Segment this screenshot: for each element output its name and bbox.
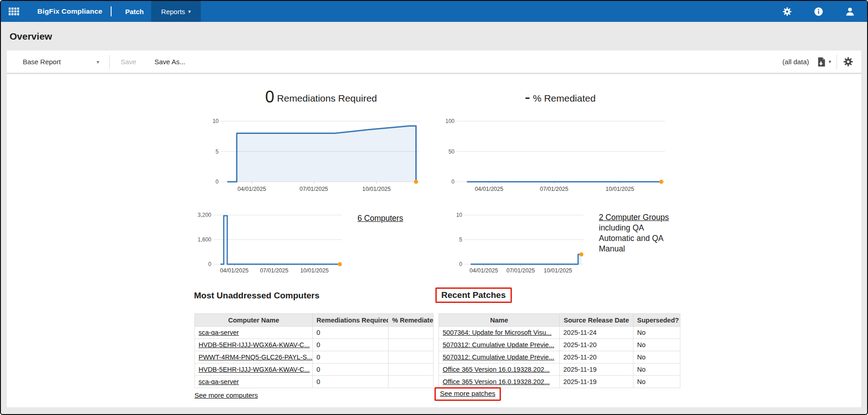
report-toolbar: Base Report ▾ Save Save As... (all data)…	[7, 51, 861, 73]
export-report-button[interactable]: ▾	[816, 56, 831, 67]
toolbar-divider	[109, 55, 110, 69]
percent-remediated-trend-chart: 05010004/01/202507/01/202510/01/2025	[442, 116, 679, 193]
table-row: sca-qa-server0	[195, 327, 434, 339]
svg-text:10/01/2025: 10/01/2025	[544, 267, 572, 274]
save-button[interactable]: Save	[121, 58, 136, 66]
data-scope-label: (all data)	[782, 58, 809, 66]
page-title: Overview	[10, 31, 52, 42]
column-header: Superseded?	[633, 314, 680, 327]
table-cell-link[interactable]: sca-qa-server	[199, 378, 239, 385]
table-cell-link[interactable]: sca-qa-server	[199, 329, 239, 336]
table-cell: 2025-11-24	[560, 327, 633, 339]
table-cell	[388, 376, 434, 388]
column-header: Source Release Date	[560, 314, 633, 327]
table-cell: 2025-11-19	[560, 376, 633, 388]
nav-divider	[111, 6, 112, 16]
svg-text:0: 0	[459, 261, 462, 267]
svg-text:07/01/2025: 07/01/2025	[506, 267, 535, 274]
svg-text:3,200: 3,200	[198, 212, 211, 218]
table-cell: 2025-11-19	[560, 364, 633, 376]
computer-groups-block: 2 Computer Groups including QA Automatic…	[599, 212, 671, 254]
percent-remediated-value: -	[525, 87, 530, 106]
export-report-icon	[816, 56, 827, 67]
percent-remediated-label: % Remediated	[533, 93, 596, 103]
nav-item-patch[interactable]: Patch	[118, 1, 151, 22]
table-row: 5070312: Cumulative Update Previe...2025…	[439, 339, 680, 351]
user-icon[interactable]	[845, 6, 855, 17]
table-cell-link[interactable]: 5007364: Update for Microsoft Visu...	[443, 329, 551, 336]
svg-text:07/01/2025: 07/01/2025	[540, 186, 568, 192]
svg-text:5: 5	[215, 149, 219, 155]
apps-grid-icon	[9, 6, 19, 17]
svg-text:10/01/2025: 10/01/2025	[606, 186, 634, 192]
report-select[interactable]: Base Report ▾	[23, 58, 99, 66]
recent-patches-annotation-box: Recent Patches	[435, 287, 512, 303]
svg-text:04/01/2025: 04/01/2025	[220, 267, 249, 274]
top-nav: BigFix Compliance Patch Reports▾	[1, 1, 867, 22]
table-cell: 0	[313, 376, 388, 388]
patches-table: NameSource Release DateSuperseded?500736…	[439, 313, 680, 388]
table-row: 5070312: Cumulative Update Previe...2025…	[439, 351, 680, 364]
chevron-down-icon: ▾	[828, 59, 831, 65]
table-row: Office 365 Version 16.0.19328.202...2025…	[439, 376, 680, 388]
info-icon[interactable]	[813, 6, 824, 17]
table-row: HVDB-5EHR-IJJJ-WGX6A-KWAV-C...0	[195, 339, 434, 351]
table-row: 5007364: Update for Microsoft Visu...202…	[439, 327, 680, 339]
page-header: Overview	[1, 22, 867, 51]
table-cell-link[interactable]: 5070312: Cumulative Update Previe...	[443, 354, 554, 361]
table-cell: 0	[313, 327, 388, 339]
computers-table: Computer NameRemediations Required% Reme…	[194, 313, 434, 388]
table-cell-link[interactable]: PWWT-4RM4-PNQ5-GLC26-PAYL-S...	[199, 354, 312, 361]
see-more-computers-link[interactable]: See more computers	[194, 391, 258, 399]
see-more-patches-annotation-box: See more patches	[434, 387, 501, 401]
chevron-down-icon: ▾	[188, 9, 191, 14]
table-cell	[388, 364, 434, 376]
remediations-required-label: Remediations Required	[277, 93, 377, 103]
table-cell-link[interactable]: HVDB-5EHR-IJJJ-WGX6A-KWAV-C...	[199, 366, 310, 373]
svg-text:0: 0	[215, 179, 219, 185]
percent-remediated-title: -% Remediated	[442, 89, 679, 105]
svg-text:10: 10	[456, 212, 463, 218]
svg-text:1,600: 1,600	[198, 236, 211, 243]
nav-item-reports[interactable]: Reports▾	[151, 1, 201, 22]
table-cell: 2025-11-20	[560, 339, 633, 351]
report-content: 0Remediations Required -% Remediated 051…	[7, 74, 861, 407]
computers-link[interactable]: 6 Computers	[357, 214, 403, 223]
see-more-patches-link[interactable]: See more patches	[440, 389, 495, 397]
svg-text:07/01/2025: 07/01/2025	[260, 267, 289, 274]
svg-text:10: 10	[213, 118, 219, 124]
save-as-button[interactable]: Save As...	[154, 58, 185, 66]
product-title: BigFix Compliance	[37, 7, 102, 15]
gear-icon[interactable]	[782, 6, 792, 17]
svg-text:50: 50	[449, 149, 455, 155]
table-cell: 2025-11-20	[560, 351, 633, 364]
svg-text:5: 5	[459, 236, 462, 243]
app-window: BigFix Compliance Patch Reports▾	[0, 0, 868, 415]
computer-groups-trend-chart: 051004/01/202507/01/202510/01/2025	[437, 209, 619, 275]
svg-text:04/01/2025: 04/01/2025	[475, 186, 504, 192]
table-cell-link[interactable]: 5070312: Cumulative Update Previe...	[443, 341, 554, 348]
table-cell-link[interactable]: HVDB-5EHR-IJJJ-WGX6A-KWAV-C...	[199, 341, 310, 348]
table-cell	[388, 351, 434, 364]
remediations-trend-chart: 051004/01/202507/01/202510/01/2025	[189, 116, 426, 193]
column-header: Remediations Required	[313, 314, 388, 327]
table-cell	[388, 339, 434, 351]
svg-text:0: 0	[208, 261, 211, 267]
table-cell: No	[633, 364, 680, 376]
table-cell	[388, 327, 434, 339]
apps-grid-button[interactable]	[1, 1, 26, 22]
table-cell-link[interactable]: Office 365 Version 16.0.19328.202...	[443, 378, 550, 385]
table-cell: No	[633, 339, 680, 351]
remediations-required-value: 0	[265, 87, 274, 106]
svg-text:0: 0	[451, 179, 454, 185]
svg-text:04/01/2025: 04/01/2025	[470, 267, 498, 274]
settings-gear-icon[interactable]	[842, 56, 854, 67]
table-row: PWWT-4RM4-PNQ5-GLC26-PAYL-S...0	[195, 351, 434, 364]
table-row: Office 365 Version 16.0.19328.202...2025…	[439, 364, 680, 376]
svg-text:10/01/2025: 10/01/2025	[362, 186, 391, 192]
computer-groups-link[interactable]: 2 Computer Groups	[599, 213, 669, 222]
toolbar-divider	[837, 55, 837, 69]
computers-trend-chart: 01,6003,20004/01/202507/01/202510/01/202…	[187, 209, 369, 275]
report-select-value: Base Report	[23, 58, 61, 66]
table-cell-link[interactable]: Office 365 Version 16.0.19328.202...	[443, 366, 550, 373]
